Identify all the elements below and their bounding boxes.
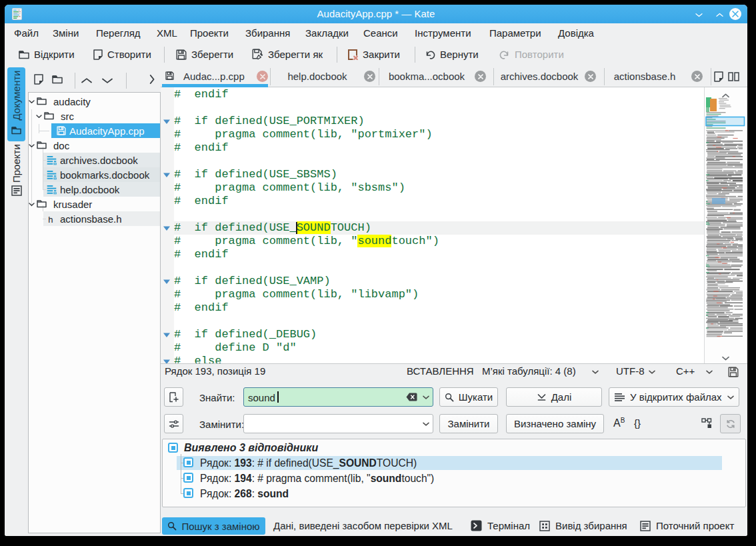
svg-text:h: h <box>48 215 53 224</box>
